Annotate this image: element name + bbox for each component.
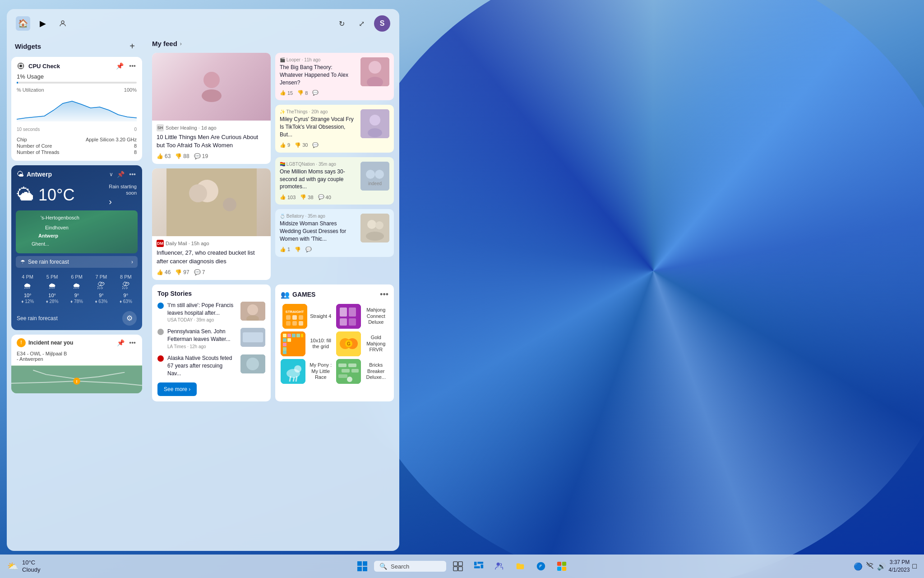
thethings-like[interactable]: 👍 9 [280, 142, 290, 148]
weather-temperature: 10°C [38, 186, 74, 205]
dislike-action[interactable]: 👎 88 [175, 153, 189, 159]
weather-forecast: 4 PM 🌧 10° ♦ 12% 5 PM 🌧 10° ♦ 28% 6 PM 🌧 [11, 270, 142, 309]
volume-icon[interactable]: 🔊 [877, 562, 886, 571]
story-dot-2 [157, 329, 164, 335]
weather-more-button[interactable]: ••• [128, 170, 137, 179]
start-button[interactable] [353, 557, 371, 575]
weather-pin-button[interactable]: 📌 [116, 170, 125, 179]
svg-rect-69 [283, 351, 286, 354]
bellatory-source: 💍 Bellatory · 35m ago [280, 214, 357, 219]
looper-like[interactable]: 👍 15 [280, 90, 293, 96]
taskbar-weather[interactable]: 10°C Cloudy [22, 559, 44, 573]
tab-profile[interactable] [55, 16, 70, 31]
tab-play[interactable]: ▶ [36, 16, 50, 31]
feed-card-sober-healing[interactable]: SH Sober Healing · 1d ago 10 Little Thin… [152, 53, 271, 164]
forecast-6pm[interactable]: 6 PM 🌧 9° ♦ 78% [65, 274, 88, 304]
cpu-widget-title: CPU Check [28, 63, 111, 70]
svg-text:STRAIGHT: STRAIGHT [286, 310, 304, 314]
svg-rect-52 [292, 321, 297, 326]
refresh-button[interactable]: ↻ [334, 16, 349, 31]
weather-chevron-icon: ∨ [109, 171, 113, 177]
cpu-pin-button[interactable]: 📌 [115, 61, 125, 70]
thethings-comment[interactable]: 💬 [312, 142, 319, 148]
user-avatar[interactable]: S [374, 15, 390, 32]
clock[interactable]: 3:37 PM 4/1/2023 [889, 559, 910, 574]
widgets-button[interactable] [470, 557, 488, 575]
like-action[interactable]: 👍 63 [157, 153, 171, 159]
looper-comment[interactable]: 💬 [312, 90, 319, 96]
wallpaper-swirl [337, 0, 924, 578]
game-item-my-pony[interactable]: My Pony : My Little Race [281, 359, 333, 384]
game-item-gold-mahjong[interactable]: G Gold Mahjong FRVR [336, 331, 389, 356]
see-rain-forecast-button[interactable]: See rain forecast [17, 315, 58, 322]
cpu-more-button[interactable]: ••• [128, 61, 137, 70]
svg-rect-92 [453, 562, 457, 566]
bluetooth-icon[interactable]: 🔵 [854, 562, 863, 571]
rain-forecast-button[interactable]: ☂ See rain forecast › [16, 256, 138, 268]
comment-action[interactable]: 💬 19 [194, 153, 208, 159]
story-dot-1 [157, 303, 164, 309]
sober-healing-actions: 👍 63 👎 88 💬 19 [152, 153, 271, 164]
story-item-pope[interactable]: 'I'm still alive': Pope Francis leaves h… [157, 302, 265, 323]
dm-comment-action[interactable]: 💬 7 [194, 269, 205, 275]
svg-text:indeed: indeed [368, 181, 382, 186]
game-item-10x10[interactable]: 10x10: fill the grid [281, 331, 333, 356]
looper-content: 🎬 Looper · 11h ago The Big Bang Theory: … [280, 57, 389, 86]
bellatory-comment[interactable]: 💬 [305, 247, 312, 252]
teams-button[interactable] [490, 557, 508, 575]
thethings-img [360, 109, 389, 138]
svg-rect-60 [283, 334, 286, 337]
store-button[interactable] [553, 557, 571, 575]
bellatory-dislike[interactable]: 👎 [295, 247, 301, 252]
story-item-alaska[interactable]: Alaska Native Scouts feted 67 years afte… [157, 354, 265, 377]
weather-settings-button[interactable]: ⚙ [122, 311, 137, 326]
game-item-mahjong[interactable]: Mahjong Connect Deluxe [336, 304, 389, 329]
edge-icon [536, 561, 546, 571]
tab-home[interactable]: 🏠 [16, 16, 30, 31]
feed-card-daily-mail[interactable]: DM Daily Mail · 15h ago Influencer, 27, … [152, 168, 271, 280]
add-widget-button[interactable]: + [126, 40, 139, 52]
feed-section: My feed › [147, 38, 399, 551]
task-view-button[interactable] [449, 557, 467, 575]
forecast-5pm[interactable]: 5 PM 🌧 10° ♦ 28% [40, 274, 64, 304]
forecast-4pm[interactable]: 4 PM 🌧 10° ♦ 12% [16, 274, 39, 304]
game-item-bricks[interactable]: Bricks Breaker Deluxe... [336, 359, 389, 384]
svg-rect-55 [340, 308, 347, 317]
svg-point-0 [61, 21, 64, 23]
notification-icon[interactable]: □ [912, 562, 917, 570]
gold-mahjong-thumbnail: G [336, 331, 361, 356]
incident-pin-button[interactable]: 📌 [116, 338, 125, 347]
feed-card-lgbtq[interactable]: 🏳️‍🌈 LGBTQNation · 35m ago One Million M… [275, 157, 394, 205]
thethings-source: ✨ TheThings · 20h ago [280, 109, 357, 114]
comment-icon: 💬 [318, 194, 324, 200]
svg-point-23 [189, 184, 207, 202]
lgbtq-comment[interactable]: 💬 40 [318, 194, 331, 200]
incident-more-button[interactable]: ••• [128, 338, 137, 347]
file-explorer-button[interactable] [511, 557, 529, 575]
comment-icon: 💬 [312, 90, 319, 96]
bellatory-like[interactable]: 👍 1 [280, 247, 290, 252]
lgbtq-like[interactable]: 👍 103 [280, 194, 296, 200]
network-icon[interactable] [866, 562, 873, 571]
10x10-name: 10x10: fill the grid [308, 338, 333, 350]
story-item-fetterman[interactable]: Pennsylvania Sen. John Fetterman leaves … [157, 328, 265, 349]
feed-card-bellatory[interactable]: 💍 Bellatory · 35m ago Midsize Woman Shar… [275, 209, 394, 256]
looper-dislike[interactable]: 👎 8 [297, 90, 308, 96]
dm-like-action[interactable]: 👍 46 [157, 269, 171, 275]
forecast-8pm[interactable]: 8 PM ⛈ 9° ♦ 63% [114, 274, 138, 304]
story-dot-3 [157, 355, 164, 362]
thethings-dislike[interactable]: 👎 30 [295, 142, 308, 148]
search-bar[interactable]: 🔍 Search [374, 561, 446, 572]
see-more-button[interactable]: See more › [157, 382, 197, 396]
dm-dislike-action[interactable]: 👎 97 [175, 269, 189, 275]
expand-button[interactable]: ⤢ [354, 16, 369, 31]
forecast-7pm[interactable]: 7 PM ⛈ 9° ♦ 63% [89, 274, 113, 304]
svg-point-29 [370, 115, 380, 126]
feed-card-thethings[interactable]: ✨ TheThings · 20h ago Miley Cyrus' Stran… [275, 105, 394, 152]
game-item-straight4[interactable]: STRAIGHT [281, 304, 333, 329]
lgbtq-dislike[interactable]: 👎 38 [300, 194, 313, 200]
games-more-button[interactable]: ••• [380, 290, 388, 299]
edge-button[interactable] [532, 557, 550, 575]
forecast-6pm-icon: 🌧 [65, 281, 88, 291]
feed-card-looper[interactable]: 🎬 Looper · 11h ago The Big Bang Theory: … [275, 53, 394, 100]
